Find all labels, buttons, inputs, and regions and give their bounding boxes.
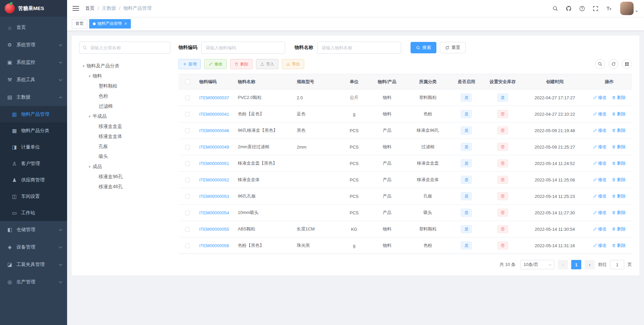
sidebar-item-system-tools[interactable]: ⚒ 系统工具: [0, 71, 67, 89]
table-row[interactable]: ITEM00000049 2mm直径过滤棉 2mm PCS 物料 过滤棉 是 否…: [178, 139, 632, 155]
row-checkbox[interactable]: [185, 145, 190, 150]
tree-node[interactable]: 孔板: [79, 142, 170, 152]
delete-row-link[interactable]: 删除: [612, 127, 626, 133]
sidebar-item-production-mgmt[interactable]: ◎ 生产管理: [0, 273, 67, 291]
delete-row-link[interactable]: 删除: [612, 177, 626, 183]
add-button[interactable]: 新增: [178, 59, 201, 69]
table-row[interactable]: ITEM00000051 移液盒盒盖【黑色】 PCS 产品 移液盒盒盖 是 否 …: [178, 155, 632, 172]
sidebar-item-home[interactable]: ⌂ 首页: [0, 19, 67, 36]
delete-row-link[interactable]: 删除: [612, 193, 626, 199]
export-button[interactable]: 导出: [282, 59, 304, 69]
table-row[interactable]: ITEM00000055 ABS颗粒 长度1CM KG 物料 塑料颗粒 是 否 …: [178, 221, 632, 237]
sidebar-item-system-admin[interactable]: ⚙ 系统管理: [0, 36, 67, 54]
breadcrumb-item[interactable]: 主数据: [102, 5, 116, 11]
delete-button[interactable]: 删除: [230, 59, 253, 69]
help-icon[interactable]: [579, 5, 585, 12]
user-menu[interactable]: [620, 2, 638, 15]
table-row[interactable]: ITEM00000046 96孔移液盒【黑色】 黑色 PCS 产品 移液盒96孔…: [178, 122, 632, 139]
search-button[interactable]: 搜索: [411, 42, 436, 53]
tree-node[interactable]: 移液盒盒盖: [79, 121, 170, 131]
tree-node[interactable]: 移液盒48孔: [79, 182, 170, 192]
tree-node[interactable]: 色粉: [79, 91, 170, 101]
row-checkbox[interactable]: [185, 211, 190, 215]
app-logo[interactable]: 苦糖果MES: [0, 0, 67, 17]
sidebar-item-unit-of-measure[interactable]: ◨ 计量单位: [0, 139, 67, 155]
prev-page-button[interactable]: ‹: [558, 260, 568, 269]
delete-row-link[interactable]: 删除: [612, 226, 626, 232]
font-size-icon[interactable]: [605, 5, 612, 12]
row-checkbox[interactable]: [185, 112, 190, 117]
table-row[interactable]: ITEM00000041 色粉【蓝色】 蓝色 g 物料 色粉 是 否 2022-…: [178, 106, 632, 122]
tree-node[interactable]: 吸头: [79, 152, 170, 162]
tree-node[interactable]: ▾ 物料及产品分类: [79, 61, 170, 71]
edit-row-link[interactable]: 修改: [593, 177, 607, 183]
table-row[interactable]: ITEM00000053 96孔孔板 PCS 产品 孔板 是 否 2022-05…: [178, 188, 632, 205]
sidebar-item-workshop-settings[interactable]: ◫ 车间设置: [0, 188, 67, 205]
sidebar-item-system-monitor[interactable]: ▣ 系统监控: [0, 54, 67, 71]
table-row[interactable]: ITEM00000052 移液盒盒体 PCS 产品 移液盒盒体 是 否 2022…: [178, 172, 632, 188]
delete-row-link[interactable]: 删除: [612, 111, 626, 117]
row-checkbox[interactable]: [185, 227, 190, 232]
edit-row-link[interactable]: 修改: [593, 242, 607, 249]
import-button[interactable]: 导入: [256, 59, 278, 69]
tree-node[interactable]: ▾ 半成品: [79, 111, 170, 121]
page-size-select[interactable]: 10条/页: [520, 260, 554, 269]
table-row[interactable]: ITEM00000056 色粉【黑色】 珠光黑 g 物料 色粉 是 否 2022…: [178, 237, 632, 254]
table-row[interactable]: ITEM00000054 10mm吸头 PCS 产品 吸头 是 否 2022-0…: [178, 205, 632, 221]
table-row[interactable]: ITEM00000037 PVC2.0颗粒 2.0 公斤 物料 塑料颗粒 是 是…: [178, 90, 632, 106]
sidebar-item-material-product-category[interactable]: ▦ 物料产品分类: [0, 122, 67, 139]
category-search-input[interactable]: [79, 42, 170, 54]
tab-2[interactable]: 物料产品管理 ×: [89, 19, 131, 29]
tree-node[interactable]: 过滤棉: [79, 101, 170, 111]
tree-node[interactable]: ▾ 物料: [79, 71, 170, 81]
row-checkbox[interactable]: [185, 178, 190, 182]
reset-button[interactable]: 重置: [440, 42, 466, 53]
tree-node[interactable]: 塑料颗粒: [79, 81, 170, 91]
sidebar-item-customer-mgmt[interactable]: ♙ 客户管理: [0, 155, 67, 172]
edit-row-link[interactable]: 修改: [593, 193, 607, 199]
delete-row-link[interactable]: 删除: [612, 242, 626, 249]
sidebar-item-master-data[interactable]: ▤ 主数据: [0, 89, 67, 106]
goto-page-input[interactable]: [610, 260, 624, 269]
tab-close-icon[interactable]: ×: [124, 21, 127, 26]
row-checkbox[interactable]: [185, 243, 190, 248]
sidebar-item-material-product-mgmt[interactable]: ▥ 物料产品管理: [0, 106, 67, 122]
fullscreen-icon[interactable]: [592, 5, 599, 12]
edit-row-link[interactable]: 修改: [593, 210, 607, 216]
github-icon[interactable]: [565, 5, 572, 12]
material-code-input[interactable]: [201, 42, 285, 54]
edit-row-link[interactable]: 修改: [593, 226, 607, 232]
tree-node[interactable]: ▾ 成品: [79, 162, 170, 172]
sidebar-item-supplier-mgmt[interactable]: ♟ 供应商管理: [0, 172, 67, 188]
delete-row-link[interactable]: 删除: [612, 160, 626, 166]
tab-1[interactable]: 首页: [72, 19, 87, 29]
select-all-checkbox[interactable]: [185, 79, 190, 84]
edit-row-link[interactable]: 修改: [593, 160, 607, 166]
hamburger-icon[interactable]: [72, 6, 79, 11]
sidebar-item-warehouse-mgmt[interactable]: ◧ 仓储管理: [0, 221, 67, 238]
edit-row-link[interactable]: 修改: [593, 127, 607, 133]
row-checkbox[interactable]: [185, 96, 190, 100]
edit-row-link[interactable]: 修改: [593, 144, 607, 150]
edit-row-link[interactable]: 修改: [593, 95, 607, 101]
toggle-search-button[interactable]: [595, 59, 605, 69]
row-checkbox[interactable]: [185, 161, 190, 166]
delete-row-link[interactable]: 删除: [612, 95, 626, 101]
next-page-button[interactable]: ›: [585, 260, 595, 269]
breadcrumb-item[interactable]: 首页: [85, 5, 95, 11]
column-settings-button[interactable]: [622, 59, 632, 69]
page-number-1[interactable]: 1: [571, 260, 581, 269]
edit-row-link[interactable]: 修改: [593, 111, 607, 117]
sidebar-item-workstation[interactable]: ▭ 工作站: [0, 205, 67, 221]
edit-button[interactable]: 修改: [204, 59, 227, 69]
material-name-input[interactable]: [317, 42, 401, 54]
sidebar-item-equipment-mgmt[interactable]: ◈ 设备管理: [0, 238, 67, 256]
delete-row-link[interactable]: 删除: [612, 144, 626, 150]
search-icon[interactable]: [552, 5, 558, 12]
row-checkbox[interactable]: [185, 194, 190, 199]
refresh-table-button[interactable]: [608, 59, 619, 69]
tree-node[interactable]: 移液盒盒体: [79, 131, 170, 142]
sidebar-item-fixture-mgmt[interactable]: ◪ 工装夹具管理: [0, 256, 67, 273]
delete-row-link[interactable]: 删除: [612, 210, 626, 216]
row-checkbox[interactable]: [185, 128, 190, 133]
